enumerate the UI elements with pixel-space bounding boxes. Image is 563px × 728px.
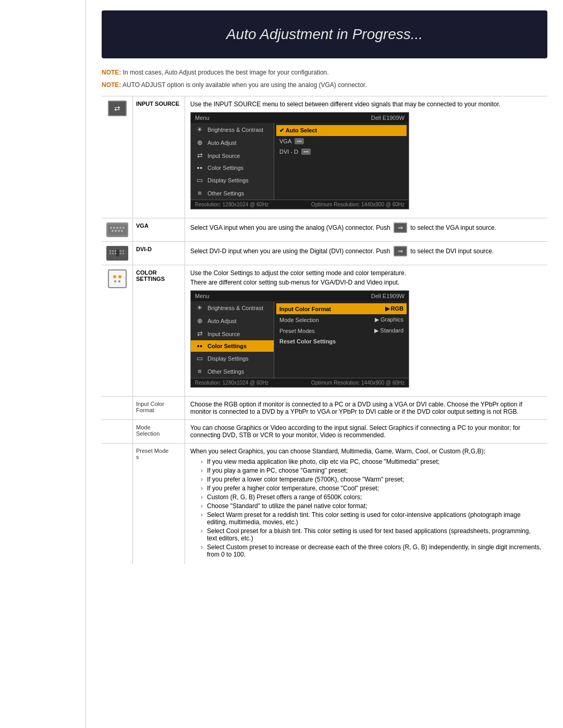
- svg-rect-0: [108, 225, 127, 235]
- osd2-input-icon: ⇄: [195, 330, 204, 338]
- vga-connector-icon: [106, 223, 128, 237]
- osd-item-brightness[interactable]: ☀ Brightness & Contrast: [191, 123, 274, 136]
- osd-right-auto-select[interactable]: ✔ Auto Select: [276, 125, 407, 136]
- osd2-input-color-value: ▶ RGB: [385, 305, 404, 312]
- preset-bullet-3: If you prefer a lower color temperature …: [201, 476, 542, 483]
- osd2-item-brightness[interactable]: ☀ Brightness & Contrast: [191, 301, 274, 314]
- svg-rect-21: [120, 253, 121, 254]
- osd2-item-color-settings[interactable]: ●● Color Settings: [191, 340, 274, 352]
- svg-rect-3: [116, 227, 118, 229]
- preset-bullet-7: Select Warm preset for a reddish tint. T…: [201, 511, 542, 526]
- dot-pair-top: [113, 275, 121, 278]
- svg-rect-11: [109, 250, 111, 252]
- note-1: NOTE: In most cases, Auto Adjust produce…: [102, 69, 547, 76]
- display-settings-icon: ▭: [195, 176, 204, 184]
- svg-rect-22: [123, 253, 124, 254]
- dot-pair-bottom: [114, 280, 120, 282]
- osd-item-color-label: Color Settings: [207, 165, 243, 171]
- svg-rect-7: [115, 230, 117, 232]
- osd2-preset-value: ▶ Standard: [374, 327, 403, 334]
- osd2-right-empty-1: [276, 347, 407, 351]
- osd-menu-1-footer-right: Optimum Resolution: 1440x900 @ 60Hz: [311, 202, 405, 207]
- input-source-menu-icon: ⇄: [195, 152, 204, 159]
- svg-rect-18: [112, 253, 114, 254]
- preset-bullet-5: Custom (R, G, B) Preset offers a range o…: [201, 493, 542, 501]
- osd2-preset-label: Preset Modes: [279, 328, 370, 334]
- osd2-color-icon: ●●: [195, 343, 204, 349]
- osd-right-dvi-label: DVI - D: [279, 149, 298, 155]
- osd2-item-other[interactable]: ≡ Other Settings: [191, 365, 274, 378]
- input-source-label: INPUT SOURCE: [133, 96, 185, 218]
- osd-item-other-settings[interactable]: ≡ Other Settings: [191, 187, 274, 200]
- vga-content: Select VGA input when you are using the …: [185, 218, 547, 241]
- osd2-item-input-source[interactable]: ⇄ Input Source: [191, 327, 274, 340]
- input-source-icon: ⇄: [108, 101, 127, 116]
- osd-menu-1-left: ☀ Brightness & Contrast ⊕ Auto Adjust ⇄ …: [191, 123, 274, 200]
- mode-selection-label: Mode Selection: [133, 420, 185, 443]
- auto-adjust-icon: ⊕: [195, 139, 204, 146]
- osd-menu-2: Menu Dell E1909W ☀ Brightness & Contrast…: [190, 290, 409, 388]
- vga-icon-col: [102, 218, 133, 241]
- osd2-right-empty-2: [276, 351, 407, 355]
- svg-rect-5: [123, 227, 125, 229]
- osd-item-brightness-label: Brightness & Contrast: [207, 127, 263, 133]
- preset-modes-row: Preset Mode s When you select Graphics, …: [102, 443, 547, 564]
- preset-bullet-1: If you view media application like photo…: [201, 458, 542, 465]
- svg-rect-4: [119, 227, 121, 229]
- osd2-input-color-label: Input Color Format: [279, 306, 381, 312]
- osd2-color-label: Color Settings: [207, 343, 247, 349]
- osd2-right-preset[interactable]: Preset Modes ▶ Standard: [276, 325, 407, 336]
- osd-menu-1-right: ✔ Auto Select VGA ▪▪▪ DVI - D ▪▪▪: [274, 123, 409, 200]
- osd2-right-mode-sel[interactable]: Mode Selection ▶ Graphics: [276, 314, 407, 325]
- preset-bullet-2: If you play a game in PC, choose "Gaming…: [201, 467, 542, 474]
- osd-right-vga[interactable]: VGA ▪▪▪: [276, 136, 407, 146]
- osd2-display-label: Display Settings: [207, 355, 249, 362]
- osd-item-other-label: Other Settings: [207, 190, 244, 196]
- osd-item-input-source[interactable]: ⇄ Input Source: [191, 149, 274, 162]
- note-2: NOTE: AUTO ADJUST option is only availab…: [102, 81, 547, 89]
- note-2-body: AUTO ADJUST option is only available whe…: [123, 81, 366, 89]
- osd2-other-label: Other Settings: [207, 368, 244, 375]
- osd2-item-auto-adjust[interactable]: ⊕ Auto Adjust: [191, 314, 274, 327]
- input-source-icon-col: ⇄: [102, 96, 133, 218]
- mode-selection-row: Mode Selection You can choose Graphics o…: [102, 419, 547, 443]
- main-content: Auto Adjustment in Progress... NOTE: In …: [86, 0, 563, 728]
- svg-rect-13: [115, 250, 116, 252]
- preset-bullet-8: Select Cool preset for a bluish tint. Th…: [201, 527, 542, 542]
- osd-right-dvi[interactable]: DVI - D ▪▪▪: [276, 146, 407, 157]
- brightness-icon: ☀: [195, 126, 204, 133]
- osd2-brightness-label: Brightness & Contrast: [207, 305, 263, 311]
- osd-menu-1-footer: Resolution: 1280x1024 @ 60Hz Optimum Res…: [191, 200, 409, 209]
- osd2-reset-label: Reset Color Settings: [279, 338, 403, 344]
- dvi-desc-before: Select DVI-D input when you are using th…: [190, 248, 390, 255]
- color-settings-desc1: Use the Color Settings to adjust the col…: [190, 269, 542, 277]
- vga-section: VGA Select VGA input when you are using …: [102, 218, 547, 241]
- osd2-mode-sel-label: Mode Selection: [279, 317, 371, 323]
- osd-item-auto-adjust[interactable]: ⊕ Auto Adjust: [191, 136, 274, 149]
- svg-rect-6: [112, 230, 114, 232]
- osd-menu-2-footer-right: Optimum Resolution: 1440x900 @ 60Hz: [311, 380, 405, 386]
- dvi-badge: ▪▪▪: [301, 149, 311, 155]
- svg-rect-8: [118, 230, 120, 232]
- osd-item-color-settings[interactable]: ●● Color Settings: [191, 162, 274, 174]
- vga-desc-after: to select the VGA input source.: [410, 224, 496, 231]
- osd2-brightness-icon: ☀: [195, 304, 204, 312]
- dot-small-2: [118, 280, 120, 282]
- osd2-auto-adjust-icon: ⊕: [195, 317, 204, 325]
- osd2-auto-adjust-label: Auto Adjust: [207, 318, 237, 324]
- color-settings-content: Use the Color Settings to adjust the col…: [185, 265, 547, 396]
- dot-small-1: [114, 280, 116, 282]
- osd2-item-display[interactable]: ▭ Display Settings: [191, 352, 274, 365]
- svg-rect-2: [113, 227, 115, 229]
- osd-item-display-settings[interactable]: ▭ Display Settings: [191, 174, 274, 187]
- osd-menu-2-right: Input Color Format ▶ RGB Mode Selection …: [274, 301, 409, 378]
- svg-rect-15: [120, 250, 121, 252]
- osd2-other-icon: ≡: [195, 367, 204, 375]
- osd2-right-reset[interactable]: Reset Color Settings: [276, 336, 407, 347]
- osd-menu-2-header: Menu Dell E1909W: [191, 291, 409, 301]
- osd-menu-1-header: Menu Dell E1909W: [191, 113, 409, 123]
- left-navigation: [0, 0, 86, 728]
- dvi-label: DVI-D: [133, 242, 185, 265]
- osd2-right-input-color[interactable]: Input Color Format ▶ RGB: [276, 303, 407, 314]
- color-settings-section: COLOR SETTINGS Use the Color Settings to…: [102, 265, 547, 396]
